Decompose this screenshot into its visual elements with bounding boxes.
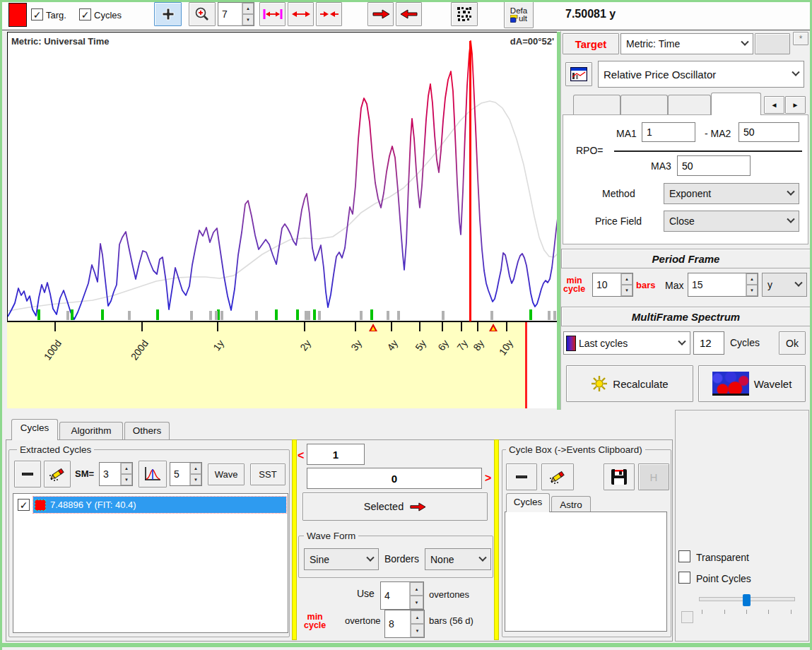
minus-icon — [516, 475, 527, 478]
widen-button[interactable] — [288, 2, 314, 26]
sm-up-button[interactable]: ▲ — [121, 463, 132, 474]
transparent-checkbox[interactable] — [678, 550, 690, 562]
blank-button[interactable] — [755, 33, 790, 54]
zoom-down-button[interactable]: ▼ — [242, 14, 254, 25]
min-cycle-down-button[interactable]: ▼ — [621, 285, 632, 296]
cyclebox-list[interactable] — [505, 512, 667, 632]
min-cycle-up-button[interactable]: ▲ — [621, 273, 632, 285]
shift-left-button[interactable] — [396, 2, 422, 26]
osc-tab-3[interactable] — [668, 95, 711, 115]
target-button[interactable]: Target — [563, 33, 619, 54]
sm-down-button[interactable]: ▼ — [121, 474, 132, 485]
pattern-button[interactable] — [451, 2, 478, 26]
erase-cycles-button[interactable] — [44, 461, 71, 488]
zoom-level-spinner[interactable]: 7 ▲ ▼ — [218, 2, 254, 26]
harmonics-spinner[interactable]: 5 ▲ ▼ — [170, 462, 202, 486]
wavelet-button[interactable]: Wavelet — [698, 365, 806, 402]
sm-label: SM= — [75, 468, 94, 479]
event-tick-green — [529, 309, 532, 320]
zoom-up-button[interactable]: ▲ — [242, 3, 254, 14]
borders-dropdown[interactable]: None — [425, 548, 491, 570]
overtone-up-button[interactable]: ▲ — [411, 610, 424, 624]
remove-cycle-button[interactable] — [14, 461, 41, 488]
last-cycles-dropdown[interactable]: Last cycles — [563, 331, 690, 355]
harmonics-up-button[interactable]: ▲ — [190, 463, 201, 474]
h-button[interactable]: H — [638, 463, 669, 490]
max-down-button[interactable]: ▼ — [746, 285, 758, 296]
recalculate-label: Recalculate — [613, 378, 668, 390]
peak-cursor-line[interactable] — [469, 41, 471, 321]
cycle-item-checkbox[interactable]: ✓ — [18, 499, 30, 511]
osc-tab-1[interactable] — [573, 95, 620, 115]
shift-right-button[interactable] — [367, 2, 394, 26]
tab-others[interactable]: Others — [124, 422, 170, 440]
save-floppy-icon — [611, 468, 628, 485]
tab-scroll-left-button[interactable]: ◄ — [764, 96, 784, 114]
star-button[interactable]: * — [793, 32, 808, 45]
tab-algorithm[interactable]: Algorithm — [59, 422, 123, 440]
sm-spinner[interactable]: 3 ▲ ▼ — [99, 462, 133, 486]
extracted-cycles-list[interactable]: ✓ 7.48896 Y (FIT: 40.4) — [13, 493, 288, 633]
axis-tick-10y — [506, 322, 507, 331]
use-label: Use — [357, 588, 375, 599]
distribution-button[interactable] — [139, 461, 167, 488]
cycles-label: Cycles — [94, 10, 122, 20]
metric-dropdown[interactable]: Metric: Time — [620, 33, 753, 54]
targ-checkbox[interactable]: ✓ — [31, 8, 43, 20]
osc-tab-selected[interactable] — [711, 93, 761, 115]
cyclebox-save-button[interactable] — [604, 463, 635, 490]
cyclebox-erase-button[interactable] — [541, 463, 574, 490]
opacity-slider[interactable] — [699, 594, 795, 608]
crosshair-tool-button[interactable] — [154, 2, 182, 26]
wave-button[interactable]: Wave — [208, 463, 245, 485]
cyclebox-tab-astro[interactable]: Astro — [551, 496, 591, 512]
spectrum-chart[interactable]: Metric: Universal Time dA=00°52' — [7, 32, 558, 322]
harmonics-down-button[interactable]: ▼ — [190, 474, 201, 485]
oscillator-icon-button[interactable] — [565, 62, 592, 86]
point-cycles-checkbox[interactable] — [678, 572, 690, 584]
narrow-button[interactable] — [316, 2, 342, 26]
recalculate-button[interactable]: Recalculate — [566, 365, 693, 402]
ma2-input[interactable] — [739, 122, 799, 142]
default-button[interactable]: Defa ult — [504, 1, 534, 28]
ma3-input[interactable] — [677, 155, 751, 176]
max-period-spinner[interactable]: 15 ▲ ▼ — [688, 273, 758, 297]
period-axis[interactable]: 100d200d1y2y3y4y5y6y7y8y10y — [7, 322, 558, 408]
zoom-tool-button[interactable] — [189, 2, 216, 26]
list-item[interactable]: ✓ 7.48896 Y (FIT: 40.4) — [15, 497, 286, 513]
chevron-down-icon — [794, 279, 802, 287]
max-up-button[interactable]: ▲ — [746, 273, 758, 285]
converging-arrows-icon — [319, 8, 339, 20]
tab-scroll-right-button[interactable]: ► — [785, 96, 806, 114]
osc-tab-2[interactable] — [620, 95, 668, 115]
overtone-bars-spinner[interactable]: 8 ▲ ▼ — [384, 610, 425, 638]
expand-range-button[interactable] — [259, 2, 286, 26]
max-unit-dropdown[interactable]: y — [762, 273, 807, 297]
min-cycle-spinner[interactable]: 10 ▲ ▼ — [592, 273, 633, 297]
waveform-shape-dropdown[interactable]: Sine — [304, 548, 379, 570]
overtones-spinner[interactable]: 4 ▲ ▼ — [380, 581, 424, 610]
cyclebox-tab-cycles[interactable]: Cycles — [506, 493, 550, 512]
tab-cycles[interactable]: Cycles — [11, 419, 58, 440]
upper-value-input[interactable] — [307, 444, 365, 465]
cyclebox-remove-button[interactable] — [506, 463, 537, 490]
overtones-up-button[interactable]: ▲ — [410, 582, 423, 596]
event-tick-gray — [397, 311, 400, 320]
sst-button[interactable]: SST — [250, 463, 286, 485]
disabled-checkbox[interactable] — [681, 611, 693, 623]
method-dropdown[interactable]: Exponent — [664, 183, 799, 204]
ok-button[interactable]: Ok — [779, 331, 806, 355]
cycles-checkbox[interactable]: ✓ — [79, 8, 91, 20]
color-swatch[interactable] — [8, 3, 27, 27]
slider-ticks — [699, 610, 795, 615]
overtone-down-button[interactable]: ▼ — [411, 624, 424, 637]
price-field-dropdown[interactable]: Close — [664, 211, 799, 232]
slider-thumb[interactable] — [743, 594, 751, 606]
separator-left — [292, 439, 297, 640]
ma1-input[interactable] — [642, 122, 695, 142]
overtones-down-button[interactable]: ▼ — [410, 596, 423, 609]
selected-button[interactable]: Selected — [302, 492, 488, 521]
oscillator-dropdown[interactable]: Relative Price Oscillator — [598, 61, 804, 88]
lower-value-input[interactable] — [307, 468, 482, 489]
cycles-count-input[interactable] — [693, 331, 724, 355]
